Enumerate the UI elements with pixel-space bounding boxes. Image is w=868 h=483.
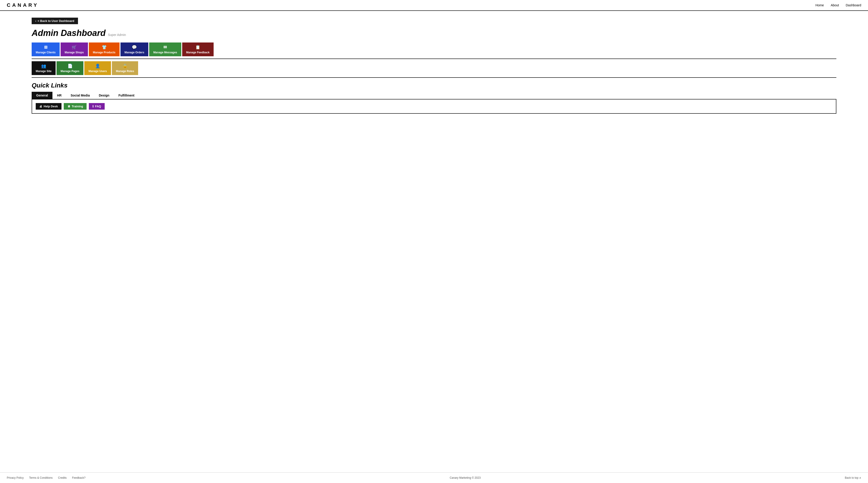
training-label: Training — [72, 105, 83, 108]
manage-messages-label: Manage Messages — [153, 51, 177, 54]
manage-feedback-label: Manage Feedback — [186, 51, 210, 54]
back-to-top: Back to top ∧ — [845, 476, 861, 479]
navbar: CANARY Home About Dashboard — [0, 0, 868, 11]
site-icon: 👥 — [41, 64, 46, 68]
manage-users-label: Manage Users — [88, 70, 107, 73]
back-to-dashboard-button[interactable]: ‹ < Back to User Dashboard — [32, 18, 78, 24]
manage-orders-btn[interactable]: 💬 Manage Orders — [121, 42, 148, 56]
feedback-icon: 📋 — [195, 45, 200, 50]
training-btn[interactable]: 🖥 Training — [64, 103, 87, 109]
page-role-badge: Super Admin — [108, 33, 126, 37]
clients-icon: ⊞ — [44, 45, 48, 50]
manage-roles-label: Manage Roles — [116, 70, 134, 73]
manage-site-btn[interactable]: 👥 Manage Site — [32, 61, 56, 75]
tab-social-media[interactable]: Social Media — [66, 92, 94, 99]
page-title-row: Admin Dashboard Super Admin — [32, 28, 836, 39]
footer-links: Privacy Policy Terms & Conditions Credit… — [7, 476, 86, 479]
feedback-link[interactable]: Feedback? — [72, 476, 86, 479]
manage-pages-btn[interactable]: 📄 Manage Pages — [57, 61, 84, 75]
privacy-policy-link[interactable]: Privacy Policy — [7, 476, 24, 479]
credits-link[interactable]: Credits — [58, 476, 67, 479]
nav-about-link[interactable]: About — [831, 3, 839, 7]
manage-roles-btn[interactable]: 🔒 Manage Roles — [112, 61, 138, 75]
shops-icon: 🛒 — [72, 45, 76, 50]
tab-fulfillment[interactable]: Fulfillment — [114, 92, 139, 99]
tab-design[interactable]: Design — [94, 92, 114, 99]
orders-icon: 💬 — [132, 45, 137, 50]
users-icon: 👤 — [95, 64, 100, 68]
manage-users-btn[interactable]: 👤 Manage Users — [84, 61, 111, 75]
manage-products-label: Manage Products — [93, 51, 116, 54]
chevron-left-icon: ‹ — [35, 19, 36, 23]
terms-link[interactable]: Terms & Conditions — [29, 476, 53, 479]
help-desk-label: Help Desk — [43, 105, 58, 108]
management-row-1: ⊞ Manage Clients 🛒 Manage Shops 👕 Manage… — [32, 42, 836, 56]
tab-general[interactable]: General — [32, 92, 53, 99]
manage-shops-btn[interactable]: 🛒 Manage Shops — [61, 42, 88, 56]
nav-dashboard-link[interactable]: Dashboard — [846, 3, 862, 7]
page-title: Admin Dashboard — [32, 28, 105, 38]
copyright: Canary Marketing © 2023 — [450, 476, 480, 479]
manage-clients-btn[interactable]: ⊞ Manage Clients — [32, 42, 60, 56]
footer: Privacy Policy Terms & Conditions Credit… — [0, 472, 868, 483]
manage-orders-label: Manage Orders — [125, 51, 144, 54]
help-desk-icon: 🖨 — [39, 105, 42, 108]
back-button-label: < Back to User Dashboard — [37, 19, 74, 23]
faq-btn[interactable]: ℹ FAQ — [89, 103, 105, 109]
nav-home-link[interactable]: Home — [815, 3, 824, 7]
faq-label: FAQ — [95, 105, 101, 108]
main-content: ‹ < Back to User Dashboard Admin Dashboa… — [0, 11, 868, 472]
management-row-2: 👥 Manage Site 📄 Manage Pages 👤 Manage Us… — [32, 61, 836, 75]
manage-products-btn[interactable]: 👕 Manage Products — [89, 42, 120, 56]
quick-links-title: Quick Links — [32, 82, 836, 89]
site-logo: CANARY — [7, 2, 39, 8]
manage-shops-label: Manage Shops — [65, 51, 84, 54]
faq-icon: ℹ — [92, 105, 94, 108]
quick-links-box: 🖨 Help Desk 🖥 Training ℹ FAQ — [32, 99, 836, 114]
manage-feedback-btn[interactable]: 📋 Manage Feedback — [182, 42, 214, 56]
manage-clients-label: Manage Clients — [36, 51, 56, 54]
manage-site-label: Manage Site — [36, 70, 52, 73]
products-icon: 👕 — [102, 45, 107, 50]
nav-links: Home About Dashboard — [815, 3, 861, 7]
roles-icon: 🔒 — [123, 64, 127, 68]
divider-1 — [32, 59, 836, 59]
training-icon: 🖥 — [67, 105, 70, 108]
quick-links-tabs: General HR Social Media Design Fulfillme… — [32, 92, 836, 99]
back-to-top-link[interactable]: Back to top ∧ — [845, 476, 861, 479]
messages-icon: ✉ — [163, 45, 167, 50]
manage-messages-btn[interactable]: ✉ Manage Messages — [149, 42, 181, 56]
help-desk-btn[interactable]: 🖨 Help Desk — [36, 103, 61, 109]
manage-pages-label: Manage Pages — [61, 70, 79, 73]
divider-2 — [32, 77, 836, 78]
pages-icon: 📄 — [68, 64, 72, 68]
tab-hr[interactable]: HR — [53, 92, 66, 99]
